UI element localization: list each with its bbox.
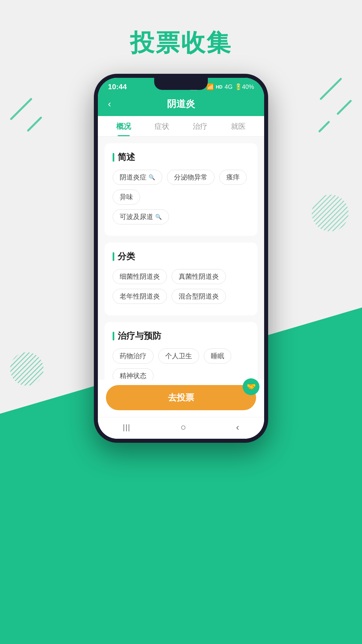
- avatar-icon: 🤝: [247, 382, 256, 391]
- app-header-title: 阴道炎: [167, 98, 195, 110]
- wifi-icon: 📶: [206, 83, 214, 91]
- tag-medicine[interactable]: 药物治疗: [113, 348, 154, 364]
- tag-secretion-abnormal[interactable]: 分泌物异常: [167, 170, 215, 185]
- tag-label: 异味: [120, 193, 133, 202]
- tag-senile[interactable]: 老年性阴道炎: [113, 289, 167, 304]
- tab-overview[interactable]: 概况: [105, 121, 143, 136]
- tag-odor[interactable]: 异味: [113, 190, 140, 205]
- tag-fungal[interactable]: 真菌性阴道炎: [172, 269, 226, 284]
- signal-icon: 4G: [225, 84, 233, 91]
- vote-bar: 去投票 🤝: [98, 380, 264, 417]
- overview-tags-row-2: 可波及尿道 🔍: [113, 209, 249, 224]
- tag-mixed[interactable]: 混合型阴道炎: [172, 289, 226, 304]
- tag-label: 阴道炎症: [120, 173, 146, 182]
- main-content: 简述 阴道炎症 🔍 分泌物异常 瘙痒 异味: [98, 137, 264, 417]
- tag-itching[interactable]: 瘙痒: [219, 170, 247, 185]
- tab-hospital[interactable]: 就医: [219, 121, 257, 136]
- tab-symptoms[interactable]: 症状: [143, 121, 181, 136]
- treatment-tags-row-1: 药物治疗 个人卫生 睡眠 精神状态: [113, 348, 249, 383]
- hd-label: HD: [216, 84, 223, 90]
- bottom-navigation: ||| ○ ‹: [98, 417, 264, 439]
- overview-tags-row-1: 阴道炎症 🔍 分泌物异常 瘙痒 异味: [113, 170, 249, 205]
- nav-recent-button[interactable]: ‹: [236, 422, 239, 433]
- classification-tags-row-1: 细菌性阴道炎 真菌性阴道炎: [113, 269, 249, 284]
- section-classification-title: 分类: [113, 251, 249, 262]
- tag-hygiene[interactable]: 个人卫生: [158, 348, 199, 364]
- tag-label: 瘙痒: [226, 173, 240, 182]
- phone-notch: [154, 78, 208, 90]
- page-title: 投票收集: [0, 27, 362, 59]
- tag-label: 真菌性阴道炎: [179, 272, 219, 281]
- vote-button-label: 去投票: [168, 392, 194, 402]
- search-icon: 🔍: [155, 214, 162, 220]
- tag-vaginitis-symptom[interactable]: 阴道炎症 🔍: [113, 170, 162, 185]
- tag-label: 老年性阴道炎: [120, 292, 160, 301]
- tag-label: 睡眠: [211, 352, 224, 361]
- battery-icon: 🔋40%: [235, 83, 254, 91]
- tag-label: 可波及尿道: [120, 212, 153, 221]
- vote-button[interactable]: 去投票 🤝: [106, 385, 256, 410]
- vote-avatar: 🤝: [243, 378, 259, 395]
- svg-point-1: [10, 352, 44, 386]
- section-treatment-title: 治疗与预防: [113, 330, 249, 342]
- tag-label: 药物治疗: [120, 352, 146, 361]
- tag-label: 分泌物异常: [174, 173, 207, 182]
- tab-treatment[interactable]: 治疗: [181, 121, 219, 136]
- nav-back-button[interactable]: |||: [123, 423, 130, 432]
- search-icon: 🔍: [148, 174, 155, 180]
- section-classification: 分类 细菌性阴道炎 真菌性阴道炎 老年性阴道炎: [105, 243, 257, 315]
- classification-tags-row-2: 老年性阴道炎 混合型阴道炎: [113, 289, 249, 304]
- section-overview: 简述 阴道炎症 🔍 分泌物异常 瘙痒 异味: [105, 143, 257, 236]
- phone-mockup: 10:44 📷 ✓ 📶 HD 4G 🔋40% ‹ 阴道炎 概况 症状: [94, 74, 268, 443]
- back-button[interactable]: ‹: [108, 99, 111, 109]
- tag-label: 细菌性阴道炎: [120, 272, 160, 281]
- tag-urethra[interactable]: 可波及尿道 🔍: [113, 209, 169, 224]
- tag-label: 混合型阴道炎: [179, 292, 219, 301]
- svg-point-3: [312, 195, 349, 231]
- app-header: ‹ 阴道炎: [98, 94, 264, 116]
- tag-sleep[interactable]: 睡眠: [204, 348, 231, 364]
- tag-bacterial[interactable]: 细菌性阴道炎: [113, 269, 167, 284]
- tag-label: 个人卫生: [165, 352, 192, 361]
- nav-home-button[interactable]: ○: [180, 422, 186, 433]
- section-overview-title: 简述: [113, 151, 249, 163]
- status-time: 10:44: [108, 83, 127, 91]
- tab-navigation: 概况 症状 治疗 就医: [98, 116, 264, 137]
- tag-label: 精神状态: [120, 371, 146, 380]
